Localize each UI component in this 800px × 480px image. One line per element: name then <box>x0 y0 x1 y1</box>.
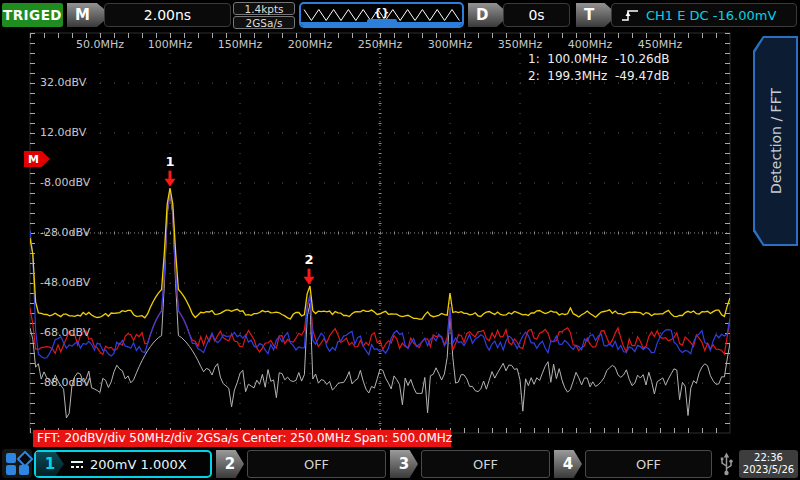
marker-1-readout: 1: 100.0MHz -10.26dB <box>528 52 670 66</box>
menu-apps-button[interactable] <box>2 449 32 478</box>
apps-icon <box>6 465 16 475</box>
channel-4-control[interactable]: 4 OFF <box>554 450 712 478</box>
db-label: -28.0dBV <box>40 226 90 239</box>
trigger-source-text: CH1 E DC -16.00mV <box>646 8 776 23</box>
channel-2-control[interactable]: 2 OFF <box>216 450 386 478</box>
db-label: -8.00dBV <box>40 176 90 189</box>
channel-1-badge: 1 <box>36 452 64 476</box>
svg-text:1: 1 <box>165 154 174 169</box>
db-label: 32.0dBV <box>40 76 86 89</box>
window-position-marker[interactable]: {} <box>374 6 390 19</box>
sidebar-tab-detection-fft[interactable]: Detection / FFT <box>753 36 798 246</box>
rising-edge-icon <box>620 7 640 23</box>
channel-1-scale: 200mV 1.000X <box>90 457 187 472</box>
sample-rate-value: 2GSa/s <box>233 16 295 29</box>
db-label: 12.0dBV <box>40 126 86 139</box>
sidebar-tab-label: Detection / FFT <box>768 88 784 194</box>
trigger-status-badge: TRIGED <box>2 3 63 27</box>
apps-icon <box>19 465 29 475</box>
fft-spectrum-plot: 12 <box>0 0 800 480</box>
channel-4-state: OFF <box>585 450 712 478</box>
delay-value[interactable]: 0s <box>503 3 570 27</box>
waveform-overview[interactable]: {} <box>299 2 464 28</box>
marker-2-readout: 2: 199.3MHz -49.47dB <box>528 69 670 83</box>
usb-icon <box>719 451 734 477</box>
channel-4-badge: 4 <box>554 450 582 478</box>
freq-label: 200MHz <box>288 38 333 51</box>
overview-scrollbar-handle[interactable] <box>367 19 397 23</box>
db-label: -68.0dBV <box>40 326 90 339</box>
channel-2-badge: 2 <box>216 450 244 478</box>
datetime-display: 22:36 2023/5/26 <box>739 450 798 478</box>
freq-label: 100MHz <box>148 38 193 51</box>
channel-3-control[interactable]: 3 OFF <box>390 450 550 478</box>
apps-icon <box>6 453 16 463</box>
db-label: -88.0dBV <box>40 376 90 389</box>
freq-label: 350MHz <box>498 38 543 51</box>
freq-label: 150MHz <box>218 38 263 51</box>
timebase-value[interactable]: 2.00ns <box>104 3 231 27</box>
freq-label: 300MHz <box>428 38 473 51</box>
clock-time: 22:36 <box>754 452 783 465</box>
dc-coupling-icon <box>70 459 84 469</box>
usb-status <box>716 450 736 478</box>
channel-2-state: OFF <box>247 450 386 478</box>
trigger-settings[interactable]: CH1 E DC -16.00mV <box>611 3 797 27</box>
oscilloscope-screen: { "top_bar": { "trigger_status": "TRIGED… <box>0 0 800 480</box>
peak-marker-1: 1 <box>165 154 176 187</box>
channel-3-badge: 3 <box>390 450 418 478</box>
peak-marker-2: 2 <box>304 252 315 285</box>
freq-label: 50.0MHz <box>76 38 124 51</box>
channel-1-control[interactable]: 1 200mV 1.000X <box>34 450 212 478</box>
freq-label: 450MHz <box>638 38 683 51</box>
fft-settings-bar: FFT: 20dBV/div 50MHz/div 2GSa/s Center: … <box>33 430 451 447</box>
db-label: -48.0dBV <box>40 276 90 289</box>
svg-text:2: 2 <box>304 252 313 267</box>
clock-date: 2023/5/26 <box>743 464 794 477</box>
freq-label: 400MHz <box>568 38 613 51</box>
freq-label: 250MHz <box>358 38 403 51</box>
channel-3-state: OFF <box>421 450 550 478</box>
memory-depth-value: 1.4kpts <box>233 2 295 15</box>
